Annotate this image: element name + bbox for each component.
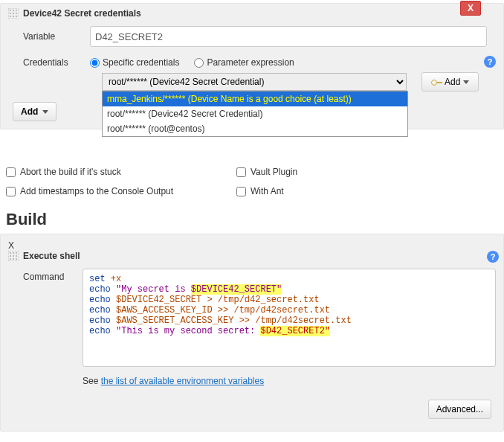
key-icon (431, 80, 442, 85)
radio-param[interactable] (194, 58, 204, 68)
help-icon[interactable]: ? (487, 251, 499, 263)
execute-shell-section: X ? Execute shell Command set +x echo "M… (0, 234, 504, 432)
see-line: See the list of available environment va… (83, 376, 496, 386)
checkbox-withant-label: With Ant (251, 186, 284, 196)
device42-credentials-section: X Device42 Secret credentials Variable C… (0, 3, 504, 129)
checkbox-vault-input[interactable] (236, 167, 246, 177)
credentials-dropdown-list: mma_Jenkins/****** (Device Name is a goo… (102, 91, 408, 137)
options-grid: Abort the build if it's stuck Vault Plug… (6, 167, 498, 196)
credentials-select-row: root/****** (Device42 Secret Credential)… (102, 72, 496, 92)
advanced-button[interactable]: Advanced... (428, 400, 491, 419)
drag-handle-icon[interactable] (8, 8, 19, 19)
variable-row: Variable (23, 26, 496, 47)
section-header: Device42 Secret credentials (8, 8, 496, 19)
variable-input[interactable] (90, 26, 487, 47)
build-heading: Build (6, 210, 498, 229)
credentials-radio-row: Specific credentials Parameter expressio… (90, 57, 496, 68)
env-vars-link[interactable]: the list of available environment variab… (101, 376, 264, 386)
section-title: Device42 Secret credentials (23, 8, 141, 19)
dropdown-option-3[interactable]: root/****** (root@centos) (103, 121, 407, 136)
advanced-row: Advanced... (8, 400, 491, 419)
checkbox-abort[interactable]: Abort the build if it's stuck (6, 167, 236, 177)
checkbox-vault-label: Vault Plugin (251, 167, 297, 177)
drag-handle-icon[interactable] (8, 251, 19, 261)
see-prefix: See (83, 376, 101, 386)
checkbox-abort-label: Abort the build if it's stuck (20, 167, 121, 177)
dropdown-option-2[interactable]: root/****** (Device42 Secret Credential) (103, 106, 407, 121)
variable-label: Variable (23, 31, 83, 42)
add-credentials-button[interactable]: Add (421, 72, 479, 92)
radio-specific-label[interactable]: Specific credentials (90, 57, 179, 68)
chevron-down-icon (463, 80, 469, 84)
add-credentials-label: Add (445, 77, 460, 87)
checkbox-withant[interactable]: With Ant (236, 186, 498, 196)
credentials-label: Credentials (23, 57, 83, 68)
chevron-down-icon (42, 110, 48, 114)
radio-param-text: Parameter expression (207, 57, 294, 68)
section-add-button[interactable]: Add (13, 102, 56, 121)
close-exec-button[interactable]: X (8, 240, 496, 251)
advanced-label: Advanced... (436, 404, 483, 414)
section-add-label: Add (21, 106, 38, 117)
help-icon[interactable]: ? (484, 56, 496, 68)
command-label: Command (23, 269, 75, 282)
checkbox-timestamps-label: Add timestamps to the Console Output (20, 186, 173, 196)
checkbox-vault[interactable]: Vault Plugin (236, 167, 498, 177)
radio-specific[interactable] (90, 58, 100, 68)
credentials-row: Credentials Specific credentials Paramet… (23, 57, 496, 92)
radio-specific-text: Specific credentials (103, 57, 179, 68)
radio-param-label[interactable]: Parameter expression (194, 57, 294, 68)
checkbox-timestamps-input[interactable] (6, 187, 16, 196)
exec-header: Execute shell (8, 251, 496, 261)
close-section-button[interactable]: X (460, 1, 481, 16)
exec-title: Execute shell (23, 251, 80, 261)
command-row: Command set +x echo "My secret is $DEVIC… (23, 269, 496, 367)
command-textarea[interactable]: set +x echo "My secret is $DEVICE42_SECR… (83, 269, 496, 367)
credentials-select[interactable]: root/****** (Device42 Secret Credential) (102, 73, 407, 91)
dropdown-option-1[interactable]: mma_Jenkins/****** (Device Name is a goo… (103, 92, 407, 106)
checkbox-abort-input[interactable] (6, 167, 16, 177)
checkbox-withant-input[interactable] (236, 187, 246, 196)
checkbox-timestamps[interactable]: Add timestamps to the Console Output (6, 186, 236, 196)
